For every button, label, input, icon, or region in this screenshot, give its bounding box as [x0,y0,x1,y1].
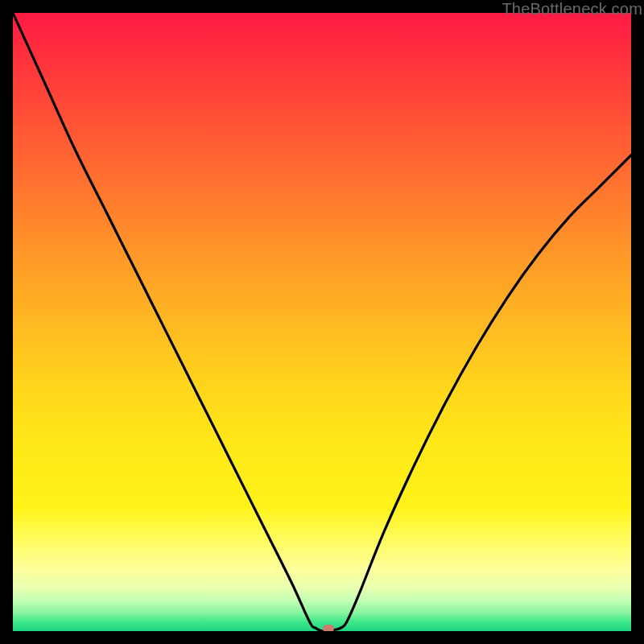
chart-frame: TheBottleneck.com [0,0,644,644]
plot-area [13,13,631,631]
watermark-text: TheBottleneck.com [502,0,642,19]
optimal-point-marker [323,625,334,631]
gradient-background [13,13,631,631]
